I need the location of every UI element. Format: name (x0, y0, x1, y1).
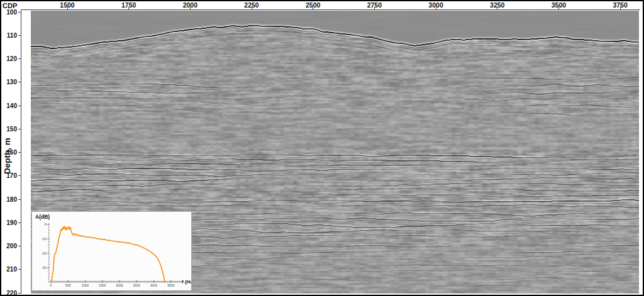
depth-tick-label: 170 (1, 172, 17, 179)
depth-tick-label: 180 (1, 196, 17, 203)
depth-tick (18, 12, 21, 13)
spectrum-axes: 05001000150020002500300035000-10-20-30 (42, 222, 183, 287)
spectrum-tick-label: 2500 (133, 283, 140, 287)
depth-tick-label: 130 (1, 79, 17, 85)
spectrum-chart: 05001000150020002500300035000-10-20-30 A… (32, 212, 191, 290)
cdp-tick-label: 3250 (490, 1, 504, 9)
spectrum-inset: 05001000150020002500300035000-10-20-30 A… (31, 211, 192, 291)
depth-tick (18, 175, 21, 176)
spectrum-tick-label: -30 (42, 266, 47, 270)
cdp-axis-line (21, 9, 640, 10)
depth-tick-label: 100 (1, 9, 17, 16)
depth-tick (18, 293, 21, 293)
spectrum-tick-label: 0 (45, 222, 47, 226)
cdp-tick-label: 3000 (428, 1, 443, 9)
depth-tick-label: 160 (1, 149, 17, 156)
spectrum-tick-label: 1000 (82, 283, 89, 287)
depth-axis-line (21, 9, 21, 293)
cdp-tick-label: 2000 (183, 1, 197, 9)
figure-frame: CDP Depth, m 150017502000225025002750300… (0, 0, 644, 296)
spectrum-tick-label: 1500 (99, 283, 106, 287)
depth-tick-label: 140 (1, 102, 17, 109)
depth-tick (18, 106, 21, 106)
cdp-tick-label: 2750 (367, 1, 382, 9)
spectrum-tick-label: 0 (50, 283, 52, 287)
spectrum-tick-label: -20 (42, 251, 47, 255)
depth-tick (18, 199, 21, 200)
depth-tick-label: 150 (1, 126, 17, 133)
spectrum-tick-label: 3500 (167, 283, 175, 287)
spectrum-ylabel: A(dB) (35, 214, 50, 220)
spectrum-xlabel: f (Hz) (182, 279, 191, 285)
cdp-tick-label: 2500 (306, 1, 320, 9)
depth-tick (18, 82, 21, 82)
depth-tick (18, 35, 21, 36)
depth-tick (18, 58, 21, 59)
depth-tick-label: 220 (1, 290, 17, 296)
cdp-tick-label: 2250 (244, 1, 258, 9)
spectrum-tick-label: 2000 (116, 283, 123, 287)
depth-tick-label: 120 (1, 55, 17, 62)
cdp-tick-label: 1500 (60, 1, 74, 9)
depth-tick (18, 129, 21, 129)
depth-tick (18, 222, 21, 223)
cdp-tick-label: 3750 (613, 1, 627, 9)
depth-tick-label: 200 (1, 243, 17, 249)
spectrum-line (52, 226, 165, 283)
depth-tick-label: 210 (1, 266, 17, 273)
cdp-tick-label: 1750 (121, 1, 136, 9)
spectrum-curve (52, 226, 165, 283)
depth-tick (18, 152, 21, 153)
spectrum-tick-label: -10 (42, 237, 47, 241)
depth-tick (18, 246, 21, 246)
spectrum-tick-label: 3000 (150, 283, 158, 287)
cdp-tick-label: 3500 (552, 1, 566, 9)
depth-tick-label: 110 (1, 32, 17, 39)
spectrum-tick-label: 500 (65, 283, 71, 287)
depth-tick-label: 190 (1, 219, 17, 226)
depth-tick (18, 269, 21, 270)
